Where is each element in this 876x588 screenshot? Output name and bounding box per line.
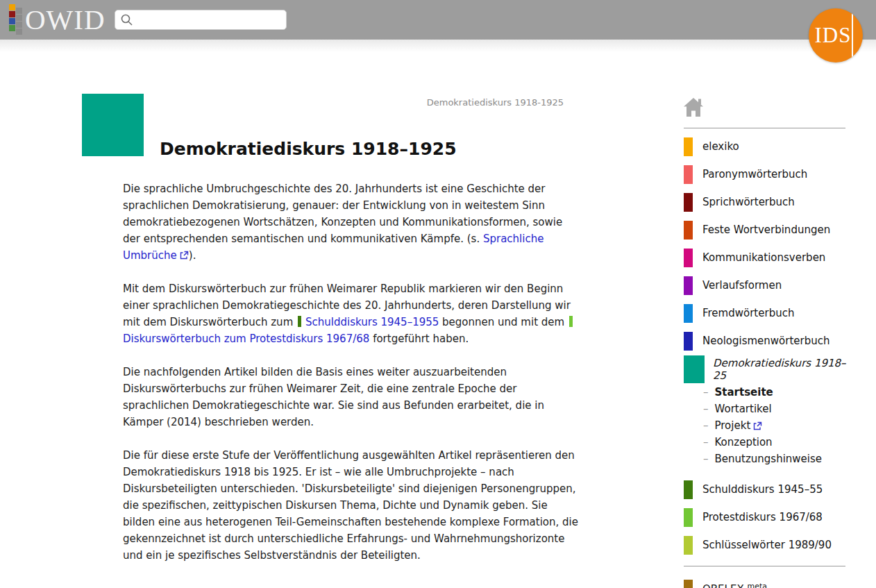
subitem-dash: – [703,403,709,415]
sidebar-subitem-label: Konzeption [715,436,773,448]
owid-color-square [9,4,15,10]
home-icon[interactable] [684,98,703,119]
top-header: OWID [0,0,876,40]
sidebar-color-square [684,137,693,156]
sidebar-item-fremdw-rterbuch[interactable]: Fremdwörterbuch [684,299,850,327]
sidebar-color-square [684,304,693,323]
sidebar-item-elexiko[interactable]: elexiko [684,133,850,160]
owid-gray-square [16,22,22,28]
owid-logo-squares [9,4,23,39]
ids-logo-line [852,8,853,62]
sidebar-subitem-startseite[interactable]: –Startseite [703,384,850,401]
link-color-marker [298,316,301,327]
breadcrumb: Demokratiediskurs 1918-1925 [160,94,576,108]
subitem-dash: – [703,386,709,398]
sidebar-color-square [684,276,693,295]
owid-gray-square [16,8,22,14]
sidebar-subitem-label: Projekt [715,419,751,432]
sidebar-item-label: elexiko [702,140,739,153]
sidebar-item-label: Feste Wortverbindungen [702,224,830,236]
sidebar-color-square [684,580,693,588]
owid-color-square [9,18,15,24]
sidebar-item-demokratiediskurs-1918-25[interactable]: Demokratiediskurs 1918–25 [684,355,850,384]
owid-gray-square [16,15,22,21]
sidebar-subitem-konzeption[interactable]: –Konzeption [703,434,850,451]
sidebar-subitem-wortartikel[interactable]: –Wortartikel [703,401,850,417]
sidebar-subitem-benutzungshinweise[interactable]: –Benutzungshinweise [703,451,850,467]
inline-link-schulddiskurs-1945-1955[interactable]: Schulddiskurs 1945–1955 [296,316,439,328]
external-link-icon [753,421,762,430]
owid-logo[interactable]: OWID [9,0,106,40]
owid-logo-text: OWID [25,0,106,40]
ids-logo[interactable]: IDS [809,8,863,62]
owid-color-square [9,11,15,17]
sidebar-item-label: Demokratiediskurs 1918–25 [713,357,850,382]
section-color-block [82,94,144,156]
sidebar-subitem-label: Wortartikel [715,403,772,415]
sidebar-top-divider [684,128,845,128]
sidebar-color-square [684,165,693,184]
external-link-icon [180,251,189,260]
sidebar-item-verlaufsformen[interactable]: Verlaufsformen [684,271,850,299]
sidebar-item-paronymw-rterbuch[interactable]: Paronymwörterbuch [684,160,850,188]
sidebar-color-square [684,355,705,383]
sidebar-item-label: Verlaufsformen [702,279,782,292]
sidebar-nav: elexikoParonymwörterbuchSprichwörterbuch… [684,133,850,588]
sidebar-item-kommunikationsverben[interactable]: Kommunikationsverben [684,244,850,271]
header-shadow [0,40,876,52]
sidebar-item-label: Kommunikationsverben [702,251,825,264]
subitem-dash: – [703,436,709,448]
sidebar-item-schulddiskurs-1945-55[interactable]: Schulddiskurs 1945–55 [684,476,850,503]
sidebar-color-square [684,332,693,351]
sidebar-item-feste-wortverbindungen[interactable]: Feste Wortverbindungen [684,216,850,244]
sidebar-item-obelexmeta[interactable]: OBELEX meta [684,575,850,588]
sidebar-sub-list: –Startseite–Wortartikel–Projekt –Konzept… [703,384,850,467]
sidebar-item-sprichw-rterbuch[interactable]: Sprichwörterbuch [684,188,850,216]
sidebar-item-label: Sprichwörterbuch [702,196,795,208]
article-body: Die sprachliche Umbruchgeschichte des 20… [123,180,581,564]
link-color-marker [569,316,573,327]
sidebar-item-label: Schulddiskurs 1945–55 [702,483,823,496]
sidebar-item-label: Neologismenwörterbuch [702,335,830,347]
owid-gray-square [16,28,22,35]
sidebar-subitem-label: Startseite [715,386,773,398]
sidebar-color-square [684,221,693,240]
sidebar-item-schl-sselw-rter-1989-90[interactable]: Schlüsselwörter 1989/90 [684,531,850,559]
subitem-dash: – [703,453,709,465]
sidebar-item-label: Paronymwörterbuch [702,168,807,180]
main-content: Demokratiediskurs 1918-1925 Demokratiedi… [82,52,576,580]
owid-color-square [9,25,15,31]
search-input[interactable] [115,10,287,30]
sidebar: elexikoParonymwörterbuchSprichwörterbuch… [684,52,850,588]
sidebar-color-square [684,193,693,212]
sidebar-item-label: Protestdiskurs 1967/68 [702,511,823,523]
paragraph: Die nachfolgenden Artikel bilden die Bas… [123,364,581,430]
paragraph: Die für diese erste Stufe der Veröffentl… [123,447,581,564]
sidebar-item-neologismenw-rterbuch[interactable]: Neologismenwörterbuch [684,327,850,355]
sidebar-color-square [684,480,693,499]
sidebar-subitem-label: Benutzungshinweise [715,453,823,465]
sidebar-subitem-projekt[interactable]: –Projekt [703,417,850,434]
ids-logo-text: IDS [815,23,852,48]
page-title: Demokratiediskurs 1918–1925 [160,139,576,159]
sidebar-divider [684,566,845,566]
inline-link-sprachliche-umbr-che[interactable]: Sprachliche Umbrüche [123,233,544,262]
search-box [115,10,287,30]
sidebar-color-square [684,249,693,267]
sidebar-item-label: Fremdwörterbuch [702,307,794,319]
paragraph: Mit dem Diskurswörterbuch zur frühen Wei… [123,280,581,347]
sidebar-item-protestdiskurs-1967-68[interactable]: Protestdiskurs 1967/68 [684,503,850,531]
sidebar-item-label: Schlüsselwörter 1989/90 [702,539,832,551]
paragraph: Die sprachliche Umbruchgeschichte des 20… [123,180,581,264]
subitem-dash: – [703,419,709,432]
sidebar-color-square [684,508,693,527]
sidebar-color-square [684,536,693,555]
sidebar-item-label: OBELEX meta [702,582,767,588]
